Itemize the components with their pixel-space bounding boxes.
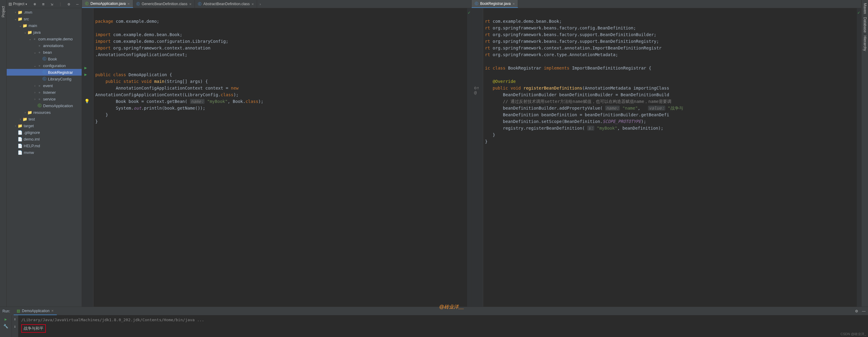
editor-right-tabs[interactable]: ⓒBookRegistrar.java× — [472, 0, 861, 8]
class-icon: ⓒ — [136, 2, 140, 7]
editor-left-code[interactable]: package com.example.demo; import com.exa… — [93, 8, 467, 307]
right-rail-maven[interactable]: Maven — [863, 3, 867, 14]
down-arrow-icon[interactable]: ↓ — [14, 324, 17, 329]
gutter-mark-icon[interactable]: 💡 — [84, 99, 90, 103]
tab-label: DemoApplication.java — [90, 2, 126, 6]
tree-item-src[interactable]: ⌄📁src — [7, 16, 82, 22]
editor-tab-abstractbeandefinition-class[interactable]: ⓒAbstractBeanDefinition.class× — [195, 0, 257, 8]
tree-item-target[interactable]: ›📁target — [7, 122, 82, 129]
file-md-icon: 📄 — [18, 143, 23, 148]
run-console[interactable]: /Library/Java/JavaVirtualMachines/jdk1.8… — [18, 315, 868, 337]
tree-item-label: mvnw — [24, 150, 34, 155]
close-icon[interactable]: × — [189, 2, 191, 6]
rerun-icon[interactable]: ▶ — [5, 317, 7, 321]
tree-item-libraryconfig[interactable]: ⓒLibraryConfig — [7, 75, 82, 82]
tree-item-annotations[interactable]: ▫annotations — [7, 42, 82, 49]
tree-arrow-icon[interactable]: ⌄ — [33, 51, 37, 54]
package-icon: ▫ — [37, 96, 42, 101]
left-rail[interactable]: Project — [0, 0, 7, 307]
editor-tab-genericbeandefinition-class[interactable]: ⓒGenericBeanDefinition.class× — [133, 0, 195, 8]
tree-arrow-icon[interactable]: › — [18, 118, 23, 121]
tree-arrow-icon[interactable]: › — [23, 111, 27, 114]
class-run-icon: ⓒ — [37, 103, 42, 108]
tree-item-resources[interactable]: ›📁resources — [7, 109, 82, 116]
expand-all-icon[interactable]: ≡ — [41, 2, 46, 6]
tree-item-com-example-demo[interactable]: ⌄▫com.example.demo — [7, 35, 82, 42]
tree-item-help-md[interactable]: 📄HELP.md — [7, 143, 82, 149]
tree-arrow-icon[interactable]: ⌄ — [33, 64, 37, 67]
tree-item-label: LibraryConfig — [48, 77, 71, 81]
tree-item-test[interactable]: ›📁test — [7, 116, 82, 122]
hide-icon[interactable]: — — [75, 2, 80, 6]
run-config-icon: ▤ — [17, 309, 20, 313]
editor-right-scrollbar[interactable]: ✓ — [857, 8, 861, 307]
class-icon: ⓒ — [42, 76, 47, 81]
package-icon: ▫ — [37, 43, 42, 48]
tree-item--mvn[interactable]: ›📁.mvn — [7, 9, 82, 16]
tree-arrow-icon[interactable]: ⌄ — [28, 37, 32, 41]
tree-item-mvnw[interactable]: 📄mvnw — [7, 149, 82, 156]
hide-icon[interactable]: — — [862, 309, 866, 313]
gutter-mark-icon[interactable]: o↑ @ — [474, 85, 483, 95]
collapse-all-icon[interactable]: ⇲ — [50, 2, 54, 6]
tree-arrow-icon[interactable]: ⌄ — [13, 17, 18, 21]
tree-item-label: DemoApplication — [43, 103, 73, 108]
tree-item-label: target — [24, 124, 34, 128]
up-arrow-icon[interactable]: ↑ — [14, 317, 17, 321]
editor-right-gutter[interactable]: o↑ @ — [472, 8, 483, 307]
close-icon[interactable]: × — [513, 2, 515, 6]
gear-icon[interactable]: ⚙ — [66, 2, 71, 6]
left-rail-project-label[interactable]: Project — [1, 6, 5, 17]
tree-item-event[interactable]: ›▫event — [7, 82, 82, 89]
tree-item-service[interactable]: ›▫service — [7, 96, 82, 102]
tabs-chevron-icon[interactable]: › — [257, 0, 263, 8]
right-rail-hierarchy[interactable]: Hierarchy — [863, 35, 867, 51]
locate-icon[interactable]: ⊕ — [32, 2, 37, 6]
close-icon[interactable]: × — [252, 2, 254, 6]
editor-tab-bookregistrar-java[interactable]: ⓒBookRegistrar.java× — [472, 0, 518, 8]
console-output: 战争与和平 — [24, 326, 43, 331]
tree-item-java[interactable]: ⌄📁java — [7, 29, 82, 35]
tree-arrow-icon[interactable]: ⌄ — [18, 24, 23, 27]
editor-right-split: ⓒBookRegistrar.java× o↑ @ rt com.example… — [472, 0, 861, 307]
class-run-icon: ⓒ — [85, 1, 89, 6]
tree-item-configuration[interactable]: ⌄▫configuration — [7, 62, 82, 69]
tree-arrow-icon[interactable]: ⌄ — [23, 31, 27, 34]
project-tree[interactable]: ›📁.mvn⌄📁src⌄📁main⌄📁java⌄▫com.example.dem… — [7, 8, 82, 307]
tree-arrow-icon[interactable]: › — [13, 124, 18, 127]
run-tab[interactable]: ▤ DemoApplication × — [14, 307, 57, 315]
tree-arrow-icon[interactable]: › — [13, 11, 18, 14]
tree-item-label: resources — [33, 110, 51, 115]
tree-item-demo-iml[interactable]: 📄demo.iml — [7, 136, 82, 143]
gutter-mark-icon[interactable]: ▶ — [84, 72, 87, 77]
tree-item--gitignore[interactable]: 📄.gitignore — [7, 129, 82, 136]
tree-arrow-icon[interactable]: › — [33, 91, 37, 94]
folder-icon: 📁 — [23, 117, 27, 121]
right-rail-database[interactable]: Database — [863, 17, 867, 32]
tree-item-label: listener — [43, 90, 56, 95]
chevron-down-icon[interactable]: ▾ — [26, 2, 27, 6]
editor-right-code[interactable]: rt com.example.demo.bean.Book; rt org.sp… — [483, 8, 857, 307]
editor-left-scrollbar[interactable]: ✓ — [467, 8, 471, 307]
editor-tab-demoapplication-java[interactable]: ⓒDemoApplication.java× — [82, 0, 133, 8]
tree-item-label: java — [33, 30, 41, 35]
class-icon: ⓒ — [42, 57, 47, 61]
tree-item-book[interactable]: ⓒBook — [7, 56, 82, 62]
editor-left-tabs[interactable]: ⓒDemoApplication.java×ⓒGenericBeanDefini… — [82, 0, 471, 8]
gutter-mark-icon[interactable]: ▶ — [84, 65, 87, 70]
tree-item-label: bean — [43, 50, 52, 55]
wrench-icon[interactable]: 🔧 — [3, 324, 8, 329]
tree-item-main[interactable]: ⌄📁main — [7, 22, 82, 29]
close-icon[interactable]: × — [127, 2, 130, 6]
right-rail[interactable]: Maven Database Hierarchy — [861, 0, 868, 307]
close-icon[interactable]: × — [51, 308, 54, 313]
tree-item-label: test — [29, 117, 35, 121]
tree-item-bookregistrar[interactable]: ⓒBookRegistrar — [7, 69, 82, 75]
tree-item-bean[interactable]: ⌄▫bean — [7, 49, 82, 56]
tree-item-listener[interactable]: ›▫listener — [7, 89, 82, 96]
tree-item-demoapplication[interactable]: ⓒDemoApplication — [7, 102, 82, 109]
tree-arrow-icon[interactable]: › — [33, 84, 37, 87]
gear-icon[interactable]: ⚙ — [855, 309, 858, 313]
tree-arrow-icon[interactable]: › — [33, 97, 37, 101]
editor-left-gutter[interactable]: ▶▶💡 — [82, 8, 93, 307]
